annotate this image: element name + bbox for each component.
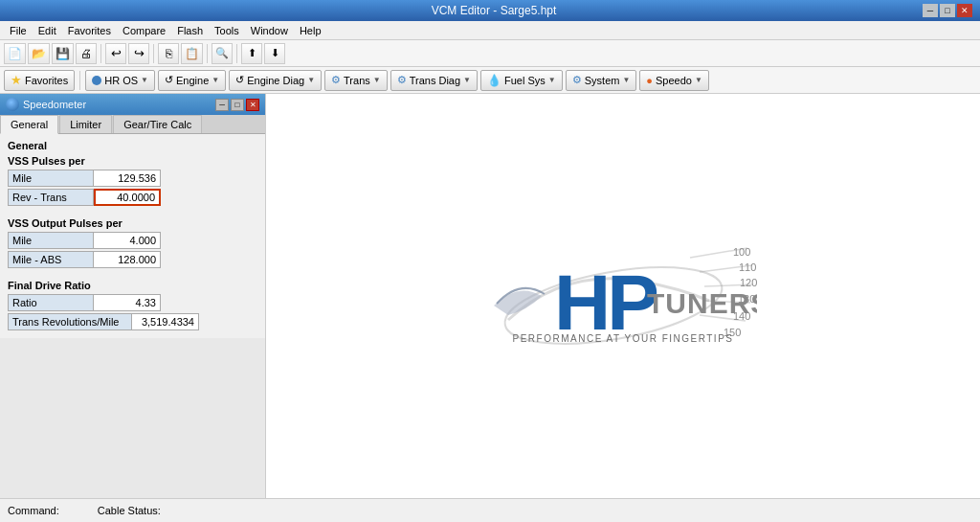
nav-sep-1 — [79, 71, 80, 90]
svg-text:110: 110 — [739, 261, 756, 273]
menu-compare[interactable]: Compare — [117, 23, 171, 38]
trans-icon: ⚙ — [331, 74, 341, 86]
right-content-area: 100 110 120 130 140 150 HP TUNERS PERFOR… — [266, 94, 980, 498]
vss-out-abs-value[interactable]: 128.000 — [94, 251, 161, 268]
speedo-nav-button[interactable]: ● Speedo ▼ — [639, 70, 709, 91]
menu-window[interactable]: Window — [245, 23, 294, 38]
trans-diag-arrow-icon: ▼ — [463, 76, 471, 84]
fuel-sys-arrow-icon: ▼ — [548, 76, 556, 84]
panel-tabs: General Limiter Gear/Tire Calc — [0, 115, 265, 134]
general-section-title: General — [8, 140, 257, 151]
system-nav-label: System — [585, 75, 620, 86]
menu-favorites[interactable]: Favorites — [62, 23, 117, 38]
panel-close-button[interactable]: ✕ — [246, 99, 259, 111]
vss-out-abs-label: Mile - ABS — [8, 251, 94, 268]
cable-status-label: Cable Status: — [98, 505, 161, 516]
trans-nav-label: Trans — [344, 75, 370, 86]
speedo-nav-label: Speedo — [656, 75, 692, 86]
copy-button[interactable] — [158, 43, 179, 64]
mile-field-row: Mile 129.536 — [8, 170, 257, 187]
vss-out-mile-field-row: Mile 4.000 — [8, 232, 257, 249]
engine-diag-icon: ↺ — [235, 74, 244, 86]
engine-nav-label: Engine — [176, 75, 209, 86]
trans-arrow-icon: ▼ — [373, 76, 381, 84]
fuel-sys-nav-button[interactable]: 💧 Fuel Sys ▼ — [480, 70, 563, 91]
paste-button[interactable] — [181, 43, 203, 64]
system-arrow-icon: ▼ — [622, 76, 630, 84]
hp-tuners-logo-container: 100 110 120 130 140 150 HP TUNERS PERFOR… — [489, 229, 757, 363]
hros-nav-button[interactable]: HR OS ▼ — [85, 70, 155, 91]
up-button[interactable] — [241, 43, 262, 64]
print-button[interactable] — [76, 43, 97, 64]
rev-trans-field-row: Rev - Trans 40.0000 — [8, 189, 257, 206]
ratio-field-row: Ratio 4.33 — [8, 294, 257, 311]
hros-nav-label: HR OS — [104, 75, 138, 86]
trans-diag-icon: ⚙ — [397, 74, 407, 86]
favorites-nav-label: Favorites — [25, 75, 68, 86]
undo-button[interactable] — [105, 43, 126, 64]
divider-2 — [8, 270, 257, 276]
open-button[interactable] — [28, 43, 50, 64]
panel-restore-button[interactable]: □ — [231, 99, 244, 111]
panel-body: General VSS Pulses per Mile 129.536 Rev … — [0, 134, 265, 338]
trans-rev-value[interactable]: 3,519.4334 — [132, 313, 199, 330]
main-content: Speedometer ─ □ ✕ General Limiter Gear/T… — [0, 94, 980, 498]
engine-diag-arrow-icon: ▼ — [307, 76, 315, 84]
mile-value[interactable]: 129.536 — [94, 170, 161, 187]
menu-bar: File Edit Favorites Compare Flash Tools … — [0, 21, 980, 40]
down-button[interactable] — [264, 43, 285, 64]
nav-bar: ★ Favorites HR OS ▼ ↺ Engine ▼ ↺ Engine … — [0, 67, 980, 94]
final-drive-subtitle: Final Drive Ratio — [8, 280, 257, 291]
vss-out-mile-value[interactable]: 4.000 — [94, 232, 161, 249]
tab-gear-tire-calc[interactable]: Gear/Tire Calc — [113, 115, 202, 133]
find-button[interactable] — [212, 43, 233, 64]
panel-scroll-area[interactable]: General VSS Pulses per Mile 129.536 Rev … — [0, 134, 265, 498]
maximize-button[interactable]: □ — [940, 4, 955, 17]
star-icon: ★ — [11, 73, 22, 87]
speedo-arrow-icon: ▼ — [695, 76, 702, 84]
title-bar: VCM Editor - Sarge5.hpt ─ □ ✕ — [0, 0, 980, 21]
fuel-sys-nav-label: Fuel Sys — [504, 75, 546, 86]
toolbar-sep-1 — [100, 44, 101, 63]
panel-title-text: Speedometer — [23, 99, 86, 110]
menu-tools[interactable]: Tools — [209, 23, 245, 38]
vss-pulses-subtitle: VSS Pulses per — [8, 155, 257, 167]
hp-tuners-logo-svg: 100 110 120 130 140 150 HP TUNERS PERFOR… — [489, 229, 757, 363]
panel-title-icon — [6, 98, 19, 111]
rev-trans-value[interactable]: 40.0000 — [94, 189, 161, 206]
engine-nav-button[interactable]: ↺ Engine ▼ — [158, 70, 226, 91]
vss-out-abs-field-row: Mile - ABS 128.000 — [8, 251, 257, 268]
trans-nav-button[interactable]: ⚙ Trans ▼ — [324, 70, 388, 91]
speedo-icon: ● — [646, 75, 653, 86]
ratio-value[interactable]: 4.33 — [94, 294, 161, 311]
hros-arrow-icon: ▼ — [141, 76, 148, 84]
trans-diag-nav-label: Trans Diag — [410, 75, 460, 86]
mile-label: Mile — [8, 170, 94, 187]
menu-help[interactable]: Help — [294, 23, 327, 38]
tab-limiter[interactable]: Limiter — [59, 115, 112, 133]
fuel-drop-icon: 💧 — [487, 74, 501, 87]
tab-general[interactable]: General — [0, 115, 58, 134]
new-button[interactable] — [4, 43, 26, 64]
engine-diag-nav-button[interactable]: ↺ Engine Diag ▼ — [229, 70, 322, 91]
trans-diag-nav-button[interactable]: ⚙ Trans Diag ▼ — [390, 70, 478, 91]
svg-text:100: 100 — [733, 246, 750, 258]
hros-icon — [92, 76, 101, 85]
toolbar-sep-4 — [236, 44, 237, 63]
favorites-nav-button[interactable]: ★ Favorites — [4, 70, 75, 91]
menu-edit[interactable]: Edit — [33, 23, 62, 38]
system-nav-button[interactable]: ⚙ System ▼ — [566, 70, 637, 91]
close-button[interactable]: ✕ — [957, 4, 972, 17]
panel-minimize-button[interactable]: ─ — [215, 99, 229, 111]
divider-1 — [8, 208, 257, 214]
toolbar — [0, 40, 980, 67]
engine-icon: ↺ — [165, 74, 173, 86]
menu-flash[interactable]: Flash — [171, 23, 209, 38]
system-icon: ⚙ — [572, 74, 582, 86]
save-button[interactable] — [52, 43, 74, 64]
menu-file[interactable]: File — [4, 23, 33, 38]
minimize-button[interactable]: ─ — [923, 4, 938, 17]
svg-text:TUNERS: TUNERS — [647, 287, 757, 319]
svg-text:PERFORMANCE AT YOUR FINGERTIPS: PERFORMANCE AT YOUR FINGERTIPS — [513, 333, 734, 344]
redo-button[interactable] — [128, 43, 149, 64]
